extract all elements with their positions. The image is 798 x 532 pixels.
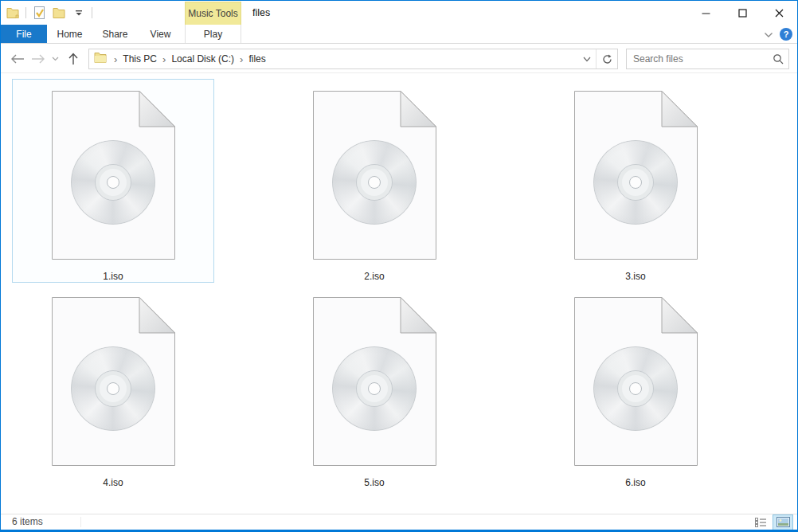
address-bar-controls: [577, 49, 617, 68]
file-name: 2.iso: [274, 271, 475, 282]
navigation-buttons: [7, 44, 84, 73]
back-icon[interactable]: [7, 54, 28, 64]
address-dropdown-chevron-icon[interactable]: [577, 49, 597, 68]
customize-quick-access-dropdown-icon[interactable]: [72, 6, 86, 20]
disc-hole: [107, 382, 119, 395]
tab-view[interactable]: View: [138, 25, 183, 43]
ribbon-standard-tabs: HomeShareView: [47, 25, 183, 43]
file-tile[interactable]: 3.iso: [534, 79, 737, 283]
window-title: files: [252, 1, 270, 25]
disc-graphic: [332, 346, 417, 431]
disc-hub: [617, 370, 654, 407]
file-tile[interactable]: 6.iso: [534, 285, 737, 489]
contextual-group-title: Music Tools: [188, 8, 237, 19]
disc-graphic: [71, 346, 155, 431]
disc-graphic: [71, 140, 155, 225]
search-icon[interactable]: [768, 53, 788, 65]
iso-file-icon: [574, 91, 698, 260]
iso-file-icon: [313, 91, 436, 260]
breadcrumb: ›This PC›Local Disk (C:)›files: [108, 49, 266, 68]
items-count: 6 items: [12, 514, 43, 530]
tab-home[interactable]: Home: [47, 25, 92, 43]
file-tile[interactable]: 5.iso: [273, 285, 475, 489]
close-icon: [775, 9, 784, 18]
disc-graphic: [593, 140, 678, 225]
toolbar-separator: [92, 7, 92, 18]
breadcrumb-item[interactable]: files: [248, 53, 265, 65]
breadcrumb-separator: ›: [234, 53, 248, 65]
search-input[interactable]: [627, 50, 768, 68]
folder-icon: [94, 52, 107, 66]
large-icons-view-button[interactable]: [773, 515, 792, 530]
tab-share[interactable]: Share: [92, 25, 138, 43]
details-view-icon: [755, 518, 767, 527]
disc-hub: [617, 164, 654, 201]
help-icon[interactable]: ?: [780, 28, 792, 41]
file-tile[interactable]: 1.iso: [12, 79, 214, 283]
view-toggles: [751, 514, 792, 530]
file-name: 3.iso: [535, 271, 736, 282]
maximize-icon: [738, 9, 747, 18]
explorer-window: Music Tools files File HomeShareView Pla…: [0, 0, 798, 532]
caption-buttons: [687, 1, 797, 25]
iso-file-icon: [313, 297, 436, 466]
file-name: 4.iso: [13, 477, 213, 488]
status-bar: 6 items: [1, 514, 797, 530]
file-grid: 1.iso 2.iso: [12, 79, 737, 489]
search-box: [626, 49, 789, 69]
address-bar[interactable]: ›This PC›Local Disk (C:)›files: [88, 49, 618, 69]
file-name: 5.iso: [274, 477, 475, 488]
iso-file-icon: [52, 297, 175, 466]
explorer-window-icon: [6, 6, 20, 20]
iso-file-icon: [574, 297, 698, 466]
breadcrumb-item[interactable]: This PC: [123, 53, 157, 65]
address-bar-row: ›This PC›Local Disk (C:)›files: [1, 44, 797, 73]
breadcrumb-item[interactable]: Local Disk (C:): [171, 53, 234, 65]
breadcrumb-separator: ›: [108, 53, 123, 65]
new-folder-icon[interactable]: [52, 6, 66, 20]
large-icons-view-icon: [776, 517, 790, 527]
file-tile[interactable]: 4.iso: [12, 285, 214, 489]
disc-hole: [629, 176, 642, 189]
close-button[interactable]: [761, 1, 797, 25]
forward-icon[interactable]: [28, 54, 49, 64]
disc-hole: [629, 382, 642, 395]
tab-file[interactable]: File: [1, 25, 47, 43]
collapse-ribbon-chevron-icon[interactable]: [764, 27, 773, 41]
disc-hole: [107, 176, 119, 189]
maximize-button[interactable]: [724, 1, 761, 25]
status-separator: [80, 517, 81, 527]
file-name: 6.iso: [535, 477, 736, 488]
breadcrumb-separator: ›: [157, 53, 171, 65]
quick-access-toolbar: [6, 1, 92, 25]
recent-locations-chevron-icon[interactable]: [49, 57, 61, 61]
refresh-icon[interactable]: [597, 49, 617, 68]
contextual-group-music-tools: Music Tools: [185, 2, 241, 25]
details-view-button[interactable]: [751, 515, 770, 530]
properties-icon[interactable]: [32, 6, 46, 20]
up-icon[interactable]: [63, 53, 84, 65]
file-name: 1.iso: [13, 271, 213, 282]
minimize-button[interactable]: [687, 1, 724, 25]
disc-hub: [95, 370, 131, 407]
disc-graphic: [332, 140, 417, 225]
toolbar-separator: [25, 7, 26, 18]
minimize-icon: [702, 9, 710, 18]
disc-hub: [356, 164, 393, 201]
tab-play[interactable]: Play: [185, 25, 241, 43]
disc-hub: [356, 370, 393, 407]
iso-file-icon: [52, 91, 175, 260]
disc-hole: [368, 382, 381, 395]
file-tile[interactable]: 2.iso: [273, 79, 475, 283]
disc-hub: [95, 164, 131, 201]
disc-graphic: [593, 346, 678, 431]
ribbon-right-controls: ?: [764, 25, 792, 43]
disc-hole: [368, 176, 381, 189]
ribbon-tab-row: File HomeShareView Play ?: [1, 25, 797, 44]
title-bar: Music Tools files: [1, 1, 797, 25]
file-list-area[interactable]: 1.iso 2.iso: [1, 73, 797, 514]
